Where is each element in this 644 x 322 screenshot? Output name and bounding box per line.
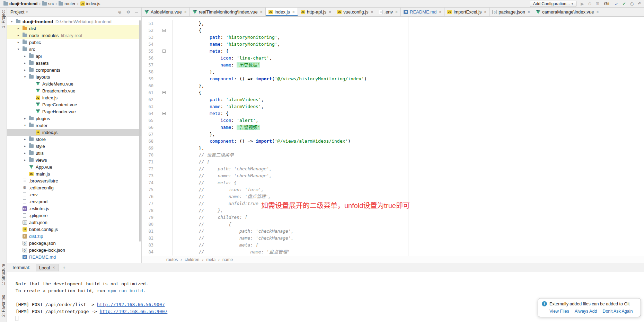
chevron-right-icon[interactable]: ▸ <box>22 61 28 65</box>
notification-action[interactable]: Don't Ask Again <box>602 309 633 314</box>
tree-item[interactable]: App.vue <box>7 163 141 170</box>
chevron-down-icon[interactable]: ▾ <box>9 20 15 23</box>
close-icon[interactable]: × <box>53 265 55 270</box>
tree-item[interactable]: ▸public <box>7 39 141 46</box>
commit-icon[interactable]: ✔ <box>622 2 626 6</box>
close-icon[interactable]: × <box>184 10 187 15</box>
close-icon[interactable]: × <box>439 10 441 15</box>
tree-item[interactable]: ▸dist <box>7 25 141 32</box>
editor-tab[interactable]: AsideMenu.vue× <box>142 8 190 16</box>
tree-item[interactable]: PageContent.vue <box>7 101 141 108</box>
editor-tab[interactable]: realTimeMonitoring\index.vue× <box>190 8 266 16</box>
code-editor[interactable]: 51 },52 {53 path: 'historyMonitoring',54… <box>142 17 644 256</box>
tree-item[interactable]: ▸api <box>7 53 141 60</box>
tree-item[interactable]: .gitignore <box>7 212 141 219</box>
profiler-icon[interactable]: ⊞ <box>596 2 599 6</box>
line-number[interactable]: 74 <box>142 179 156 186</box>
line-number[interactable]: 52 <box>142 27 156 34</box>
breadcrumb-item[interactable]: routes <box>166 257 178 262</box>
terminal-link[interactable]: http://192.168.66.56:9007 <box>100 309 168 314</box>
editor-tab[interactable]: JSimportExcel.js× <box>444 8 489 16</box>
tree-item[interactable]: {}package.json <box>7 240 141 247</box>
close-icon[interactable]: × <box>260 10 263 15</box>
line-number[interactable]: 65 <box>142 117 156 124</box>
chevron-right-icon[interactable]: ▸ <box>22 68 28 72</box>
notification-action[interactable]: Always Add <box>575 309 597 314</box>
line-number[interactable]: 61 <box>142 89 156 96</box>
locate-icon[interactable]: ⊕ <box>118 10 122 14</box>
chevron-down-icon[interactable]: ▾ <box>16 47 21 51</box>
line-number[interactable]: 75 <box>142 186 156 193</box>
tool-button-project[interactable]: 1: Project <box>1 10 6 28</box>
line-number[interactable]: 69 <box>142 145 156 152</box>
line-number[interactable]: 53 <box>142 34 156 41</box>
breadcrumb-item[interactable]: duoji-frontend <box>3 1 37 6</box>
line-number[interactable]: 56 <box>142 55 156 62</box>
line-number[interactable]: 60 <box>142 82 156 89</box>
tree-item[interactable]: ▾router <box>7 122 141 129</box>
history-icon[interactable]: ◷ <box>630 2 633 6</box>
tree-item[interactable]: ▸assets <box>7 60 141 66</box>
tree-item[interactable]: ▸utils <box>7 150 141 156</box>
close-icon[interactable]: × <box>484 10 486 15</box>
tree-item[interactable]: ▸plugins <box>7 115 141 122</box>
tree-item[interactable]: JSmain.js <box>7 170 141 177</box>
project-view-selector[interactable]: Project ▾ <box>10 9 28 15</box>
tree-item[interactable]: ▾duoji-frontendD:\zheheWeb\duoji-fronten… <box>7 18 141 25</box>
tree-item[interactable]: JSindex.js <box>7 94 141 101</box>
terminal-link[interactable]: http://192.168.66.56:9007 <box>97 302 165 307</box>
breadcrumb-item[interactable]: router <box>59 1 75 6</box>
tree-item[interactable]: PageHeader.vue <box>7 108 141 115</box>
close-icon[interactable]: × <box>329 10 331 15</box>
scrollbar[interactable] <box>139 20 141 242</box>
fold-marker-icon[interactable] <box>162 112 166 115</box>
tree-item[interactable]: {}auth.json <box>7 219 141 226</box>
tree-item[interactable]: {}package-lock.json <box>7 247 141 253</box>
tree-item[interactable]: ES.eslintrc.js <box>7 205 141 212</box>
line-number[interactable]: 63 <box>142 103 156 110</box>
fold-marker-icon[interactable] <box>162 29 166 32</box>
tree-item[interactable]: ▸node_moduleslibrary root <box>7 32 141 39</box>
notification-action[interactable]: View Files <box>549 309 569 314</box>
settings-icon[interactable]: ⚙ <box>126 10 130 14</box>
chevron-right-icon[interactable]: ▸ <box>22 144 28 148</box>
revert-icon[interactable]: ↶ <box>638 2 641 6</box>
tree-item[interactable]: JSbabel.config.js <box>7 226 141 233</box>
line-number[interactable]: 68 <box>142 138 156 145</box>
line-number[interactable]: 58 <box>142 69 156 75</box>
chevron-right-icon[interactable]: ▸ <box>22 151 28 155</box>
tree-item[interactable]: ▸store <box>7 136 141 143</box>
line-number[interactable]: 67 <box>142 131 156 138</box>
close-icon[interactable]: × <box>371 10 373 15</box>
editor-tab[interactable]: .env× <box>376 8 401 16</box>
fold-marker-icon[interactable] <box>162 91 166 94</box>
close-icon[interactable]: × <box>528 10 530 15</box>
line-number[interactable]: 78 <box>142 207 156 214</box>
line-number[interactable]: 79 <box>142 214 156 221</box>
tree-item[interactable]: Zdist.zip <box>7 233 141 240</box>
line-number[interactable]: 83 <box>142 242 156 249</box>
tree-item[interactable]: ▸style <box>7 143 141 150</box>
breadcrumb-item[interactable]: children <box>185 257 199 262</box>
tree-item[interactable]: ⚙.editorconfig <box>7 184 141 191</box>
line-number[interactable]: 82 <box>142 235 156 242</box>
close-icon[interactable]: × <box>395 10 398 15</box>
line-number[interactable]: 84 <box>142 249 156 256</box>
line-number[interactable]: 66 <box>142 124 156 131</box>
tree-item[interactable]: .browserslistrc <box>7 177 141 184</box>
line-number[interactable]: 77 <box>142 200 156 207</box>
line-number[interactable]: 64 <box>142 110 156 117</box>
line-number[interactable]: 73 <box>142 172 156 179</box>
line-number[interactable]: 57 <box>142 62 156 69</box>
editor-tab[interactable]: JSvue.config.js× <box>334 8 376 16</box>
chevron-right-icon[interactable]: ▸ <box>22 158 28 162</box>
breadcrumb-item[interactable]: name <box>222 257 233 262</box>
line-number[interactable]: 62 <box>142 96 156 103</box>
breadcrumb-item[interactable]: meta <box>206 257 215 262</box>
chevron-right-icon[interactable]: ▸ <box>22 54 28 58</box>
add-configuration-button[interactable]: Add Configuration... ▾ <box>530 1 577 7</box>
editor-tab[interactable]: {}package.json× <box>489 8 533 16</box>
line-number[interactable]: 81 <box>142 228 156 235</box>
new-terminal-button[interactable]: + <box>63 265 65 270</box>
line-number[interactable]: 71 <box>142 159 156 166</box>
